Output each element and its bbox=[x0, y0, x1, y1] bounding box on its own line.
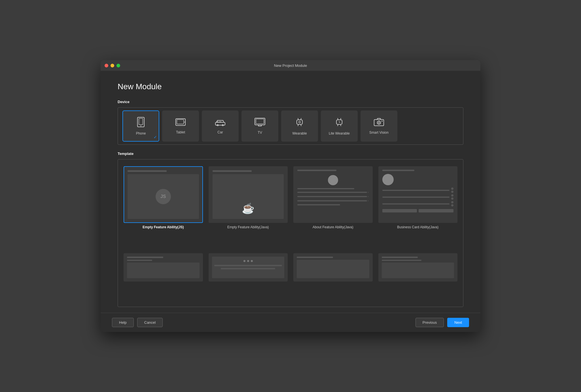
template-label-empty-js: Empty Feature Ability(JS) bbox=[143, 225, 184, 229]
svg-rect-6 bbox=[215, 122, 225, 125]
template-item-partial3[interactable] bbox=[293, 253, 373, 300]
template-item-empty-js[interactable]: JS Empty Feature Ability(JS) bbox=[124, 166, 203, 248]
footer-left: Help Cancel bbox=[112, 318, 163, 327]
template-item-empty-java[interactable]: ☕ Empty Feature Ability(Java) bbox=[209, 166, 288, 248]
device-section-label: Device bbox=[118, 100, 463, 104]
template-item-about-java[interactable]: › › › bbox=[293, 166, 373, 248]
car-icon bbox=[215, 118, 226, 128]
template-item-biz-java[interactable]: Business Card Ability(Java) bbox=[378, 166, 458, 248]
device-item-tv[interactable]: TV bbox=[241, 110, 278, 142]
template-item-partial2[interactable] bbox=[209, 253, 288, 300]
svg-rect-9 bbox=[216, 121, 219, 123]
template-section-label: Template bbox=[118, 152, 463, 156]
device-section: Device Phone ✓ bbox=[118, 100, 463, 145]
template-label-empty-java: Empty Feature Ability(Java) bbox=[227, 225, 269, 229]
smart-vision-label: Smart Vision bbox=[369, 131, 389, 135]
tablet-label: Tablet bbox=[176, 130, 185, 134]
device-item-lite-wearable[interactable]: Lite Wearable bbox=[321, 110, 358, 142]
svg-point-21 bbox=[299, 121, 300, 123]
minimize-button[interactable] bbox=[111, 64, 114, 67]
car-label: Car bbox=[217, 130, 223, 134]
smart-vision-icon bbox=[374, 118, 384, 128]
phone-label: Phone bbox=[136, 131, 146, 135]
device-item-smart-vision[interactable]: Smart Vision bbox=[361, 110, 397, 142]
template-item-partial4[interactable] bbox=[378, 253, 458, 300]
device-item-wearable[interactable]: Wearable bbox=[281, 110, 318, 142]
footer: Help Cancel Previous Next bbox=[101, 313, 480, 332]
template-label-biz-java: Business Card Ability(Java) bbox=[397, 225, 438, 229]
close-button[interactable] bbox=[105, 64, 108, 67]
footer-right: Previous Next bbox=[415, 318, 469, 327]
template-label-about-java: About Feature Ability(Java) bbox=[313, 225, 353, 229]
phone-checkmark: ✓ bbox=[154, 135, 157, 139]
previous-button[interactable]: Previous bbox=[415, 318, 444, 327]
maximize-button[interactable] bbox=[116, 64, 120, 67]
svg-point-31 bbox=[378, 122, 380, 123]
svg-rect-1 bbox=[139, 118, 143, 125]
help-button[interactable]: Help bbox=[112, 318, 134, 327]
template-item-partial1[interactable] bbox=[124, 253, 203, 300]
device-item-phone[interactable]: Phone ✓ bbox=[122, 110, 159, 142]
template-section: Template JS Empty Feature Ability(JS) bbox=[118, 152, 463, 307]
svg-rect-16 bbox=[297, 120, 302, 124]
svg-rect-10 bbox=[219, 121, 221, 123]
svg-rect-29 bbox=[374, 120, 384, 126]
page-title: New Module bbox=[118, 82, 463, 91]
template-grid-wrapper: JS Empty Feature Ability(JS) ☕ bbox=[118, 159, 463, 307]
window-title: New Project Module bbox=[274, 63, 307, 68]
phone-icon bbox=[137, 117, 145, 129]
device-item-car[interactable]: Car bbox=[202, 110, 239, 142]
template-grid: JS Empty Feature Ability(JS) ☕ bbox=[118, 159, 463, 307]
svg-rect-4 bbox=[177, 120, 184, 124]
wearable-label: Wearable bbox=[292, 131, 307, 135]
svg-point-30 bbox=[377, 121, 381, 124]
main-content: New Module Device Phone ✓ bbox=[101, 71, 480, 313]
title-bar: New Project Module bbox=[101, 60, 480, 71]
device-grid: Phone ✓ Tablet bbox=[118, 107, 463, 145]
svg-rect-32 bbox=[381, 121, 383, 122]
lite-wearable-label: Lite Wearable bbox=[329, 131, 350, 135]
tv-label: TV bbox=[258, 131, 262, 135]
tablet-icon bbox=[175, 118, 186, 128]
traffic-lights bbox=[105, 64, 120, 67]
svg-point-2 bbox=[141, 125, 141, 126]
cancel-button[interactable]: Cancel bbox=[137, 318, 163, 327]
main-window: New Project Module New Module Device Pho… bbox=[101, 60, 480, 332]
svg-rect-12 bbox=[256, 119, 264, 124]
device-item-tablet[interactable]: Tablet bbox=[162, 110, 199, 142]
lite-wearable-icon bbox=[335, 117, 343, 129]
tv-icon bbox=[255, 118, 265, 128]
wearable-icon bbox=[296, 117, 304, 129]
svg-point-5 bbox=[184, 122, 185, 122]
next-button[interactable]: Next bbox=[447, 318, 469, 327]
